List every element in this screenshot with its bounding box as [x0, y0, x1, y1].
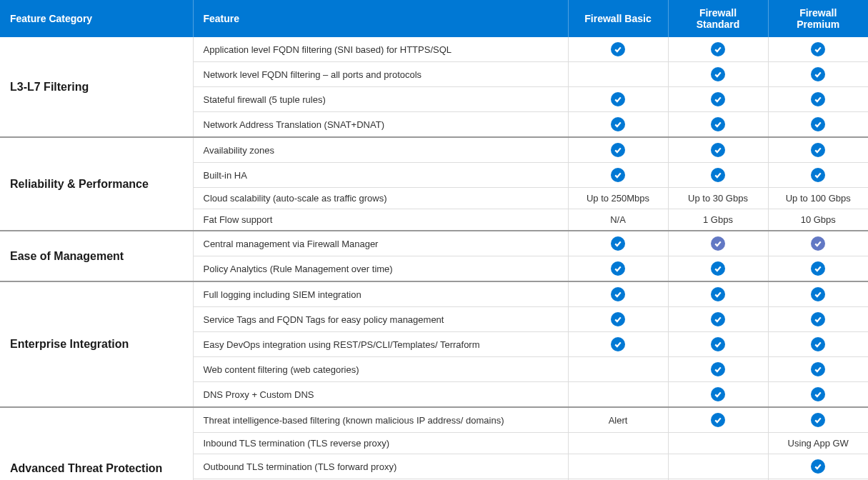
standard-cell	[668, 454, 768, 479]
header-feature: Feature	[193, 0, 568, 37]
feature-cell: Cloud scalability (auto-scale as traffic…	[193, 188, 568, 209]
check-icon	[811, 42, 825, 56]
check-icon	[811, 312, 825, 326]
feature-cell: Fat Flow support	[193, 209, 568, 231]
feature-cell: Application level FQDN filtering (SNI ba…	[193, 37, 568, 62]
comparison-table-container: Feature Category Feature Firewall Basic …	[0, 0, 868, 480]
basic-cell	[568, 454, 668, 479]
check-icon	[811, 287, 825, 301]
premium-cell	[768, 163, 868, 188]
header-standard: Firewall Standard	[668, 0, 768, 37]
cell-text: Up to 30 Gbps	[688, 193, 748, 204]
basic-cell	[568, 433, 668, 454]
check-icon	[711, 143, 725, 157]
check-icon	[811, 337, 825, 351]
basic-cell: Alert	[568, 407, 668, 433]
premium-cell: Using App GW	[768, 433, 868, 454]
check-icon	[711, 42, 725, 56]
basic-cell	[568, 62, 668, 87]
basic-cell	[568, 163, 668, 188]
feature-cell: Availability zones	[193, 137, 568, 163]
feature-cell: Service Tags and FQDN Tags for easy poli…	[193, 307, 568, 332]
check-icon	[711, 261, 725, 276]
standard-cell	[668, 281, 768, 307]
cell-text: 1 Gbps	[703, 214, 733, 225]
basic-cell	[568, 87, 668, 112]
check-icon	[711, 413, 725, 427]
standard-cell	[668, 62, 768, 87]
check-icon	[711, 92, 725, 106]
premium-cell: Up to 100 Gbps	[768, 188, 868, 209]
standard-cell	[668, 231, 768, 256]
feature-cell: Easy DevOps integration using REST/PS/CL…	[193, 332, 568, 357]
basic-cell: Up to 250Mbps	[568, 188, 668, 209]
basic-cell	[568, 112, 668, 138]
check-icon	[611, 236, 625, 251]
feature-cell: Outbound TLS termination (TLS forward pr…	[193, 454, 568, 479]
check-icon	[811, 92, 825, 106]
basic-cell: N/A	[568, 209, 668, 231]
standard-cell	[668, 163, 768, 188]
check-icon	[611, 261, 625, 276]
feature-cell: DNS Proxy + Custom DNS	[193, 382, 568, 408]
check-icon	[811, 236, 825, 251]
table-row: L3-L7 FilteringApplication level FQDN fi…	[0, 37, 868, 62]
table-row: Reliability & PerformanceAvailability zo…	[0, 137, 868, 163]
premium-cell	[768, 407, 868, 433]
feature-cell: Central management via Firewall Manager	[193, 231, 568, 256]
standard-cell	[668, 307, 768, 332]
table-row: Advanced Threat ProtectionThreat intelli…	[0, 407, 868, 433]
cell-text: Alert	[609, 415, 628, 426]
standard-cell	[668, 433, 768, 454]
premium-cell	[768, 87, 868, 112]
premium-cell	[768, 112, 868, 138]
comparison-table: Feature Category Feature Firewall Basic …	[0, 0, 868, 480]
check-icon	[711, 287, 725, 301]
standard-cell	[668, 112, 768, 138]
basic-cell	[568, 281, 668, 307]
premium-cell	[768, 357, 868, 382]
feature-cell: Policy Analytics (Rule Management over t…	[193, 256, 568, 282]
basic-cell	[568, 231, 668, 256]
check-icon	[711, 117, 725, 131]
check-icon	[611, 312, 625, 326]
cell-text: N/A	[610, 214, 626, 225]
check-icon	[811, 413, 825, 427]
header-category: Feature Category	[0, 0, 193, 37]
basic-cell	[568, 382, 668, 408]
check-icon	[811, 459, 825, 474]
premium-cell	[768, 137, 868, 163]
standard-cell	[668, 382, 768, 408]
premium-cell	[768, 307, 868, 332]
table-header: Feature Category Feature Firewall Basic …	[0, 0, 868, 37]
check-icon	[811, 362, 825, 376]
check-icon	[611, 337, 625, 351]
feature-cell: Inbound TLS termination (TLS reverse pro…	[193, 433, 568, 454]
header-premium: Firewall Premium	[768, 0, 868, 37]
check-icon	[711, 67, 725, 81]
check-icon	[711, 337, 725, 351]
table-row: Ease of ManagementCentral management via…	[0, 231, 868, 256]
check-icon	[811, 168, 825, 182]
check-icon	[711, 387, 725, 401]
header-basic: Firewall Basic	[568, 0, 668, 37]
feature-cell: Network Address Translation (SNAT+DNAT)	[193, 112, 568, 138]
basic-cell	[568, 137, 668, 163]
standard-cell	[668, 357, 768, 382]
standard-cell	[668, 332, 768, 357]
standard-cell	[668, 256, 768, 282]
check-icon	[611, 287, 625, 301]
premium-cell	[768, 382, 868, 408]
category-cell: Ease of Management	[0, 231, 193, 281]
cell-text: 10 Gbps	[801, 214, 836, 225]
premium-cell	[768, 231, 868, 256]
premium-cell	[768, 281, 868, 307]
check-icon	[811, 117, 825, 131]
basic-cell	[568, 357, 668, 382]
feature-cell: Web content filtering (web categories)	[193, 357, 568, 382]
cell-text: Up to 100 Gbps	[786, 193, 851, 204]
basic-cell	[568, 37, 668, 62]
standard-cell: 1 Gbps	[668, 209, 768, 231]
check-icon	[711, 236, 725, 251]
check-icon	[711, 312, 725, 326]
